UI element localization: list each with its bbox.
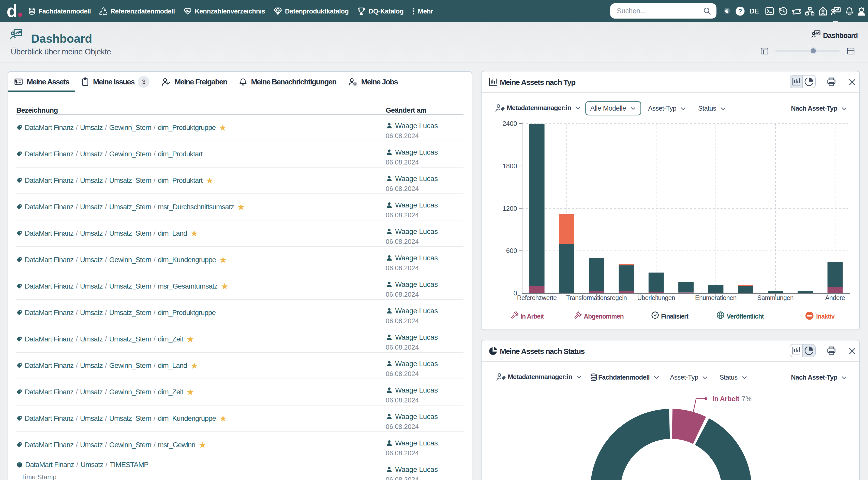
svg-text:Inaktiv: Inaktiv [816, 313, 835, 320]
svg-text:1800: 1800 [502, 162, 517, 170]
svg-text:1200: 1200 [502, 205, 517, 212]
svg-text:Enumerationen: Enumerationen [695, 294, 737, 301]
svg-text:600: 600 [506, 247, 517, 255]
svg-text:In Arbeit: In Arbeit [712, 395, 739, 403]
svg-text:In Arbeit: In Arbeit [521, 313, 544, 320]
svg-text:Referenzwerte: Referenzwerte [517, 294, 557, 301]
svg-text:0: 0 [514, 289, 517, 297]
svg-text:7%: 7% [742, 395, 751, 403]
svg-text:Andere: Andere [825, 294, 845, 301]
svg-text:?: ? [738, 8, 742, 15]
svg-text:Transformationsregeln: Transformationsregeln [566, 294, 627, 301]
svg-text:Abgenommen: Abgenommen [584, 313, 624, 320]
svg-text:Sammlungen: Sammlungen [757, 294, 794, 301]
svg-text:Veröffentlicht: Veröffentlicht [726, 313, 764, 320]
svg-text:Finalisiert: Finalisiert [661, 313, 689, 320]
svg-text:Überleitungen: Überleitungen [637, 294, 675, 301]
svg-text:2400: 2400 [502, 120, 517, 127]
